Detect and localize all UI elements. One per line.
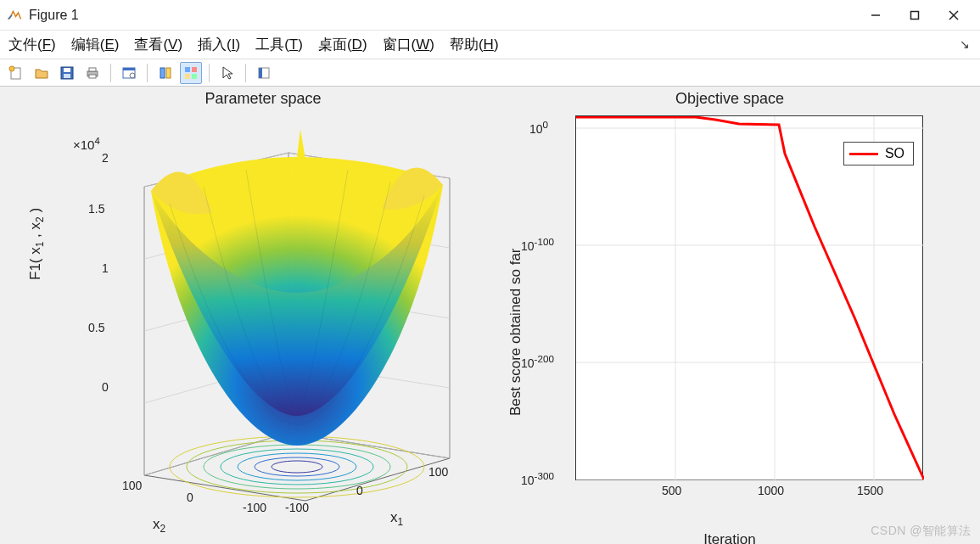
toolbar-separator bbox=[209, 64, 210, 82]
print-button[interactable] bbox=[81, 62, 104, 84]
ytick: -100 bbox=[243, 501, 266, 514]
matlab-icon bbox=[7, 8, 22, 23]
plot-title-right: Objective space bbox=[526, 90, 933, 108]
ztick: 0 bbox=[102, 380, 109, 394]
xtick-r: 1500 bbox=[857, 484, 883, 497]
ztick: 2 bbox=[102, 151, 109, 165]
insert-colorbar-button[interactable] bbox=[253, 62, 275, 84]
toolbar bbox=[0, 59, 980, 87]
legend-label-so: SO bbox=[885, 146, 904, 161]
toolbar-separator bbox=[147, 64, 148, 82]
toolbar-separator bbox=[110, 64, 111, 82]
surface3d-canvas bbox=[51, 110, 475, 509]
svg-rect-11 bbox=[89, 75, 96, 78]
maximize-button[interactable] bbox=[895, 0, 934, 31]
open-button[interactable] bbox=[31, 62, 53, 84]
ztick: 0.5 bbox=[88, 321, 104, 334]
z-multiplier: ×104 bbox=[73, 136, 100, 152]
data-cursor-button[interactable] bbox=[180, 62, 202, 84]
menu-file[interactable]: 文件(F) bbox=[8, 35, 56, 54]
svg-rect-13 bbox=[123, 68, 135, 70]
subplot-objective-space[interactable]: Objective space Best score obtained so f… bbox=[526, 110, 933, 509]
ytick: 0 bbox=[187, 491, 193, 504]
xtick: -100 bbox=[285, 501, 309, 514]
zlabel: F1( x1 , x2 ) bbox=[27, 208, 46, 280]
svg-point-5 bbox=[9, 66, 14, 71]
ylabel: x2 bbox=[153, 516, 165, 535]
ytick-r: 10-300 bbox=[521, 470, 554, 487]
svg-point-44 bbox=[255, 457, 339, 476]
svg-point-41 bbox=[204, 445, 390, 489]
new-figure-button[interactable] bbox=[5, 62, 27, 84]
svg-line-29 bbox=[144, 433, 288, 475]
svg-rect-10 bbox=[89, 68, 96, 71]
menu-edit[interactable]: 编辑(E) bbox=[71, 35, 120, 54]
save-button[interactable] bbox=[56, 62, 78, 84]
ytick-r: 10-200 bbox=[521, 353, 554, 370]
watermark: CSDN @智能算法 bbox=[871, 524, 972, 539]
svg-rect-1 bbox=[911, 11, 919, 19]
svg-rect-8 bbox=[64, 74, 70, 78]
close-button[interactable] bbox=[934, 0, 973, 31]
ytick-r: 10-100 bbox=[521, 236, 554, 253]
svg-rect-16 bbox=[166, 68, 171, 78]
plot-title-left: Parameter space bbox=[51, 90, 475, 108]
window-title: Figure 1 bbox=[29, 8, 79, 23]
ytick: 100 bbox=[122, 479, 142, 492]
ytick-r: 100 bbox=[529, 119, 548, 136]
legend[interactable]: SO bbox=[843, 142, 914, 165]
menu-view[interactable]: 查看(V) bbox=[134, 35, 182, 54]
minimize-button[interactable] bbox=[856, 0, 895, 31]
xtick: 100 bbox=[428, 465, 448, 479]
svg-point-45 bbox=[272, 461, 322, 473]
svg-point-40 bbox=[187, 440, 407, 493]
window-titlebar: Figure 1 bbox=[0, 0, 980, 31]
xtick: 0 bbox=[356, 484, 363, 497]
ztick: 1 bbox=[102, 261, 109, 275]
svg-rect-18 bbox=[192, 67, 197, 72]
svg-rect-19 bbox=[185, 74, 190, 79]
subplot-parameter-space[interactable]: Parameter space ×104 bbox=[51, 110, 475, 509]
menu-insert[interactable]: 插入(I) bbox=[198, 35, 240, 54]
svg-rect-20 bbox=[192, 74, 197, 79]
svg-rect-17 bbox=[185, 67, 190, 72]
menu-tools[interactable]: 工具(T) bbox=[255, 35, 303, 54]
toolbar-separator bbox=[245, 64, 246, 82]
menu-window[interactable]: 窗口(W) bbox=[383, 35, 434, 54]
xtick-r: 500 bbox=[662, 484, 681, 497]
legend-swatch-so bbox=[849, 153, 878, 155]
ztick: 1.5 bbox=[88, 202, 104, 216]
svg-rect-15 bbox=[160, 68, 165, 78]
svg-rect-7 bbox=[64, 68, 70, 72]
menu-help[interactable]: 帮助(H) bbox=[450, 35, 499, 54]
menubar: 文件(F) 编辑(E) 查看(V) 插入(I) 工具(T) 桌面(D) 窗口(W… bbox=[0, 31, 980, 59]
pointer-button[interactable] bbox=[216, 62, 238, 84]
print-preview-button[interactable] bbox=[118, 62, 140, 84]
svg-point-42 bbox=[221, 449, 373, 485]
svg-rect-22 bbox=[259, 68, 262, 78]
ylabel-right: Best score obtained so far bbox=[507, 248, 524, 416]
xtick-r: 1000 bbox=[758, 484, 784, 497]
link-brush-button[interactable] bbox=[154, 62, 176, 84]
menu-desktop[interactable]: 桌面(D) bbox=[318, 35, 367, 54]
figure-area: Parameter space ×104 bbox=[0, 87, 980, 544]
axes-right: SO bbox=[575, 115, 923, 480]
xlabel: x1 bbox=[390, 509, 403, 528]
dock-arrow-icon[interactable]: ↘ bbox=[960, 37, 970, 51]
